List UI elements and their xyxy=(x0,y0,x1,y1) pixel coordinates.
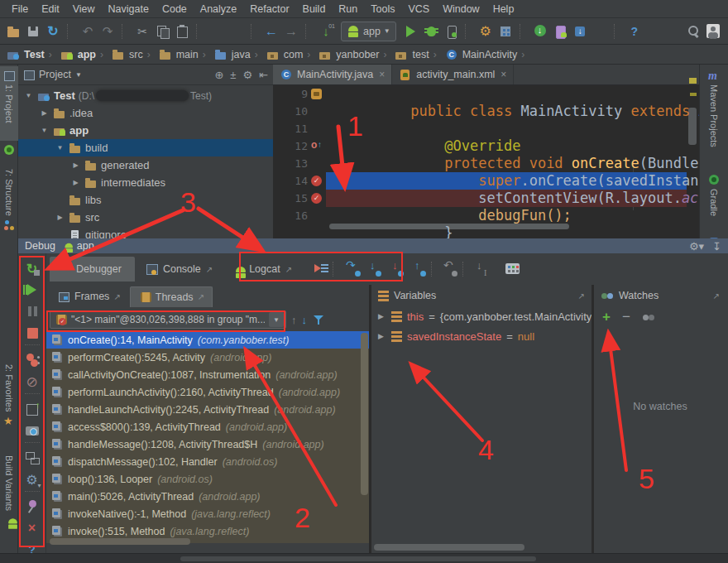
gutter-icon[interactable] xyxy=(310,192,323,205)
debug-tab[interactable]: Console ↗ xyxy=(136,257,221,282)
stack-frame-row[interactable]: main():5026, ActivityThread (android.app… xyxy=(46,488,369,505)
collapse-all-icon[interactable]: ± xyxy=(230,69,236,81)
breadcrumb-item[interactable]: src › xyxy=(112,48,156,61)
debug-window-header[interactable]: Debug app ⚙▾ ↧ xyxy=(18,238,728,253)
scrollbar-thumb[interactable] xyxy=(180,556,536,561)
stepping-icon[interactable] xyxy=(472,258,494,280)
menu-item[interactable]: Refactor xyxy=(243,3,295,15)
stack-frame-row[interactable]: handleLaunchActivity():2245, ActivityThr… xyxy=(46,401,369,418)
toolbar-icon[interactable] xyxy=(196,24,204,39)
debug-tab[interactable]: Logcat ↗ xyxy=(223,257,300,282)
stack-frame-row[interactable]: access$800():139, ActivityThread (androi… xyxy=(46,418,369,435)
stack-frame-row[interactable]: performCreate():5245, Activity (android.… xyxy=(46,349,369,366)
add-watch-button[interactable]: + xyxy=(602,309,611,325)
editor-gutter[interactable]: 10 xyxy=(273,103,326,120)
toolbar-icon[interactable] xyxy=(401,22,421,41)
tree-expand-icon[interactable]: ▼ xyxy=(23,92,34,99)
debug-tab[interactable]: Debugger xyxy=(50,257,135,282)
toolbar-icon[interactable] xyxy=(421,22,441,41)
gear-icon[interactable]: ⚙▾ xyxy=(689,240,704,253)
expand-icon[interactable]: ▶ xyxy=(378,312,386,320)
menu-item[interactable]: VCS xyxy=(401,3,436,15)
stack-frame-row[interactable]: invoke():515, Method (java.lang.reflect) xyxy=(46,522,369,540)
gutter-icon[interactable] xyxy=(310,140,323,152)
debug-toolbar-icon[interactable] xyxy=(25,344,40,350)
toolbar-icon[interactable] xyxy=(590,22,610,41)
tree-row[interactable]: gitignore xyxy=(18,226,273,238)
editor-gutter[interactable]: 11 xyxy=(273,120,326,137)
editor-gutter[interactable]: 13 xyxy=(273,155,326,172)
tree-row[interactable]: ▶ .idea xyxy=(18,104,273,122)
toolbar-icon[interactable] xyxy=(305,24,314,39)
toolbar-icon[interactable] xyxy=(570,22,590,41)
tree-expand-icon[interactable]: ▶ xyxy=(70,161,81,169)
menu-item[interactable]: View xyxy=(66,3,102,15)
stack-frame-row[interactable]: onCreate():14, MainActivity (com.yanbobe… xyxy=(46,331,369,349)
user-icon[interactable] xyxy=(703,22,723,41)
toolbar-icon[interactable] xyxy=(122,24,130,39)
editor-gutter[interactable]: 14 xyxy=(273,172,326,190)
stepping-icon[interactable] xyxy=(310,258,333,280)
toolbar-icon[interactable] xyxy=(207,22,227,41)
toolbar-icon[interactable] xyxy=(520,24,528,39)
toolbar-icon[interactable] xyxy=(465,24,473,39)
search-icon[interactable] xyxy=(683,22,703,41)
stepping-icon[interactable] xyxy=(440,258,462,280)
toolbar-icon[interactable] xyxy=(23,22,43,41)
tool-tab-android[interactable] xyxy=(0,144,18,162)
remove-watch-button[interactable]: − xyxy=(622,309,630,325)
debug-toolbar-icon[interactable] xyxy=(22,469,42,489)
toolbar-icon[interactable] xyxy=(614,24,622,39)
tool-tab-maven[interactable]: Maven Projects xyxy=(700,70,728,169)
locate-icon[interactable]: ⊕ xyxy=(214,69,223,81)
menu-item[interactable]: Analyze xyxy=(194,3,243,15)
menu-item[interactable]: Run xyxy=(332,3,364,15)
tree-expand-icon[interactable]: ▶ xyxy=(70,179,81,186)
debug-toolbar-icon[interactable] xyxy=(22,350,42,370)
frames-tab[interactable]: Frames ↗ xyxy=(50,286,128,306)
previous-frame-icon[interactable]: ↑ xyxy=(291,314,297,326)
stack-frame-row[interactable]: handleMessage():1208, ActivityThread$H (… xyxy=(46,435,369,453)
filter-icon[interactable] xyxy=(312,313,325,326)
editor-gutter[interactable]: 9 xyxy=(273,85,326,103)
debug-toolbar-icon[interactable] xyxy=(22,448,42,468)
toolbar-icon[interactable] xyxy=(251,24,259,39)
variable-row[interactable]: ▶ savedInstanceState = null xyxy=(371,326,592,346)
stepping-icon[interactable] xyxy=(333,262,342,277)
toolbar-icon[interactable] xyxy=(281,22,301,41)
tree-row[interactable]: ▼ Test (D:\Test) xyxy=(18,87,273,104)
debug-toolbar-icon[interactable] xyxy=(22,497,42,517)
hide-panel-icon[interactable]: ⇤ xyxy=(259,69,268,81)
hide-window-icon[interactable]: ↧ xyxy=(712,240,721,253)
menu-item[interactable]: Window xyxy=(436,3,486,15)
breadcrumb-item[interactable]: com › xyxy=(266,48,316,61)
expand-icon[interactable]: ▶ xyxy=(378,332,386,340)
frames-hscrollbar-thumb[interactable] xyxy=(50,538,190,545)
stepping-icon[interactable] xyxy=(409,258,431,280)
menu-item[interactable]: Tools xyxy=(364,3,401,15)
debug-toolbar-icon[interactable] xyxy=(25,393,40,399)
evaluate-expression-icon[interactable] xyxy=(502,259,522,279)
breadcrumb-item[interactable]: java › xyxy=(214,48,263,61)
variables-hscrollbar-thumb[interactable] xyxy=(374,544,524,551)
tool-tab-gradle[interactable]: Gradle xyxy=(700,174,728,229)
toolbar-icon[interactable] xyxy=(78,22,98,41)
tree-row[interactable]: ▼ app xyxy=(18,122,273,139)
breadcrumb-item[interactable]: MainActivity › xyxy=(445,48,530,61)
chevron-down-icon[interactable]: ▼ xyxy=(269,312,284,327)
toolbar-icon[interactable] xyxy=(152,22,172,41)
debug-toolbar-icon[interactable] xyxy=(22,372,42,392)
gutter-icon[interactable] xyxy=(310,88,323,100)
menu-item[interactable]: Build xyxy=(296,3,333,15)
toolbar-icon[interactable] xyxy=(98,22,117,41)
toolbar-icon[interactable] xyxy=(132,22,152,41)
toolbar-icon[interactable] xyxy=(227,22,247,41)
toolbar-icon[interactable] xyxy=(172,22,192,41)
tree-expand-icon[interactable]: ▶ xyxy=(39,109,50,117)
menu-item[interactable]: File xyxy=(5,3,35,15)
debug-toolbar-icon[interactable] xyxy=(22,280,42,300)
debug-toolbar-icon[interactable] xyxy=(22,258,42,278)
tool-tab-build-variants[interactable]: Build Variants xyxy=(0,455,18,555)
tree-row[interactable]: libs xyxy=(18,191,273,209)
show-watches-icon[interactable] xyxy=(642,310,655,324)
